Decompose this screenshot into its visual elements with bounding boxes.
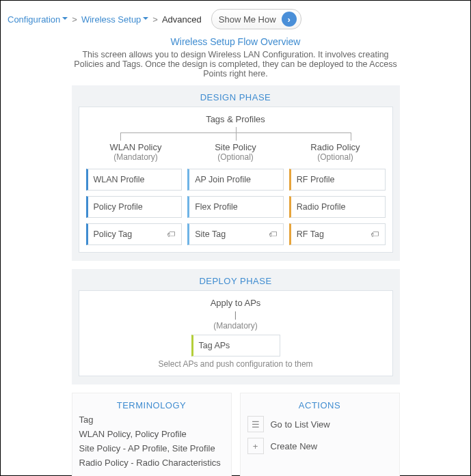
design-phase-panel: DESIGN PHASE Tags & Profiles WLAN Policy… bbox=[72, 85, 400, 261]
deploy-tree: Apply to APs | (Mandatory) Tag APs Selec… bbox=[79, 290, 393, 376]
chip-wlan-profile[interactable]: WLAN Profile bbox=[86, 169, 183, 191]
chip-label: Radio Profile bbox=[297, 202, 346, 212]
chip-rf-profile[interactable]: RF Profile bbox=[289, 169, 386, 191]
col-site-note: (Optional) bbox=[186, 152, 286, 162]
terminology-item: WLAN Policy, Policy Profile bbox=[79, 429, 224, 439]
action-label: Create New bbox=[271, 441, 318, 451]
go-to-list-view-button[interactable]: ☰ Go to List View bbox=[247, 416, 392, 432]
deploy-phase-heading: DEPLOY PHASE bbox=[79, 276, 393, 286]
chip-rf-tag[interactable]: RF Tag 🏷 bbox=[289, 223, 386, 245]
col-site-label: Site Policy bbox=[186, 142, 286, 152]
terminology-item: Site Policy - AP Profile, Site Profile bbox=[79, 443, 224, 453]
chip-policy-tag[interactable]: Policy Tag 🏷 bbox=[86, 223, 183, 245]
actions-panel: ACTIONS ☰ Go to List View + Create New bbox=[240, 393, 400, 476]
chip-label: Site Tag bbox=[195, 229, 226, 239]
show-me-how-button[interactable]: Show Me How › bbox=[211, 9, 301, 29]
overview-title: Wireless Setup Flow Overview bbox=[72, 36, 400, 47]
terminology-panel: TERMINOLOGY Tag WLAN Policy, Policy Prof… bbox=[72, 393, 232, 476]
design-tree: Tags & Profiles WLAN Policy (Mandatory) … bbox=[79, 107, 393, 253]
overview-intro: This screen allows you to design Wireles… bbox=[72, 50, 400, 79]
show-me-how-label: Show Me How bbox=[219, 14, 276, 25]
chevron-right-icon: › bbox=[282, 12, 297, 27]
action-label: Go to List View bbox=[271, 419, 330, 430]
chip-label: Tag APs bbox=[199, 341, 230, 350]
create-new-button[interactable]: + Create New bbox=[247, 438, 392, 454]
chip-policy-profile[interactable]: Policy Profile bbox=[86, 196, 183, 218]
chip-label: Flex Profile bbox=[195, 202, 238, 212]
chip-label: WLAN Profile bbox=[94, 175, 145, 184]
list-icon: ☰ bbox=[247, 416, 264, 432]
col-wlan-note: (Mandatory) bbox=[86, 152, 186, 162]
terminology-list: Tag WLAN Policy, Policy Profile Site Pol… bbox=[79, 415, 224, 468]
col-site-policy: Site Policy (Optional) bbox=[186, 142, 286, 162]
breadcrumb: Configuration > Wireless Setup > Advance… bbox=[8, 9, 463, 29]
breadcrumb-wireless-setup[interactable]: Wireless Setup bbox=[81, 14, 148, 25]
chip-radio-profile[interactable]: Radio Profile bbox=[289, 196, 386, 218]
col-wlan-policy: WLAN Policy (Mandatory) bbox=[86, 142, 186, 162]
page-container: Configuration > Wireless Setup > Advance… bbox=[0, 0, 471, 476]
col-radio-label: Radio Policy bbox=[286, 142, 386, 152]
breadcrumb-sep: > bbox=[152, 14, 158, 25]
chip-label: Policy Tag bbox=[94, 229, 133, 239]
tree-connector: | bbox=[86, 309, 386, 320]
tree-connector bbox=[120, 127, 351, 142]
chip-label: AP Join Profile bbox=[195, 175, 251, 184]
chip-label: RF Tag bbox=[297, 229, 324, 239]
col-wlan-label: WLAN Policy bbox=[86, 142, 186, 152]
terminology-item: Radio Policy - Radio Characteristics bbox=[79, 458, 224, 468]
chip-ap-join-profile[interactable]: AP Join Profile bbox=[187, 169, 284, 191]
design-phase-heading: DESIGN PHASE bbox=[79, 92, 393, 102]
terminology-item: Tag bbox=[79, 415, 224, 425]
deploy-root-label: Apply to APs bbox=[86, 298, 386, 308]
deploy-phase-panel: DEPLOY PHASE Apply to APs | (Mandatory) … bbox=[72, 269, 400, 384]
chip-tag-aps[interactable]: Tag APs bbox=[191, 335, 280, 356]
tag-icon: 🏷 bbox=[269, 229, 278, 239]
plus-icon: + bbox=[247, 438, 264, 454]
bottom-row: TERMINOLOGY Tag WLAN Policy, Policy Prof… bbox=[72, 393, 400, 476]
chip-label: RF Profile bbox=[297, 175, 335, 184]
breadcrumb-current: Advanced bbox=[162, 14, 202, 25]
deploy-sub: Select APs and push configuration to the… bbox=[86, 359, 386, 369]
tag-icon: 🏷 bbox=[371, 229, 379, 239]
breadcrumb-sep: > bbox=[72, 14, 77, 25]
main-content: Wireless Setup Flow Overview This screen… bbox=[72, 36, 400, 476]
chip-site-tag[interactable]: Site Tag 🏷 bbox=[187, 223, 284, 245]
col-radio-note: (Optional) bbox=[286, 152, 386, 162]
tag-icon: 🏷 bbox=[167, 229, 176, 239]
col-radio-policy: Radio Policy (Optional) bbox=[286, 142, 386, 162]
deploy-note: (Mandatory) bbox=[86, 321, 386, 331]
breadcrumb-configuration[interactable]: Configuration bbox=[8, 14, 68, 25]
design-root-label: Tags & Profiles bbox=[86, 114, 386, 124]
chip-flex-profile[interactable]: Flex Profile bbox=[187, 196, 284, 218]
terminology-heading: TERMINOLOGY bbox=[79, 400, 224, 410]
actions-heading: ACTIONS bbox=[247, 400, 392, 410]
chip-label: Policy Profile bbox=[94, 202, 143, 212]
